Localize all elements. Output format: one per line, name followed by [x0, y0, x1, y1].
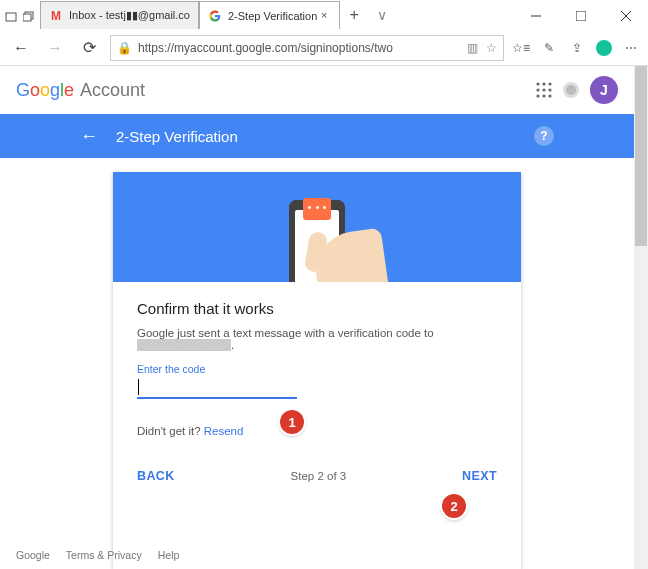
tab-title: Inbox - testj▮▮@gmail.co [69, 9, 190, 22]
hero-illustration [113, 172, 521, 282]
grammarly-icon[interactable] [596, 40, 612, 56]
svg-rect-4 [576, 11, 586, 21]
account-word: Account [80, 80, 145, 101]
minimize-button[interactable] [513, 2, 558, 30]
redacted-phone: xxxxxxxx [137, 339, 231, 351]
google-header: Google Account J [0, 66, 634, 114]
address-bar[interactable]: 🔒 https://myaccount.google.com/signinopt… [110, 35, 504, 61]
scrollbar[interactable] [634, 66, 648, 569]
google-favicon [208, 9, 222, 23]
favorites-icon[interactable]: ☆≡ [512, 39, 530, 57]
more-icon[interactable]: ⋯ [622, 39, 640, 57]
tab-inbox[interactable]: M Inbox - testj▮▮@gmail.co [40, 1, 199, 29]
bluebar-back-icon[interactable]: ← [80, 126, 98, 147]
close-window-button[interactable] [603, 2, 648, 30]
footer-terms[interactable]: Terms & Privacy [66, 549, 142, 561]
page-bluebar: ← 2-Step Verification ? [0, 114, 634, 158]
maximize-button[interactable] [558, 2, 603, 30]
svg-point-12 [548, 88, 551, 91]
gmail-favicon: M [49, 9, 63, 23]
sms-bubble-icon [303, 198, 331, 220]
svg-point-14 [542, 94, 545, 97]
scrollbar-thumb[interactable] [635, 66, 647, 246]
share-icon[interactable]: ⇪ [568, 39, 586, 57]
svg-point-10 [536, 88, 539, 91]
footer-help[interactable]: Help [158, 549, 180, 561]
url-text: https://myaccount.google.com/signinoptio… [138, 41, 467, 55]
svg-point-11 [542, 88, 545, 91]
svg-point-13 [536, 94, 539, 97]
svg-rect-2 [23, 14, 31, 21]
tab-options-button[interactable]: ∨ [368, 7, 396, 23]
window-icon [4, 10, 18, 24]
svg-point-8 [542, 82, 545, 85]
tab-title: 2-Step Verification [228, 10, 317, 22]
svg-point-9 [548, 82, 551, 85]
avatar[interactable]: J [590, 76, 618, 104]
resend-link[interactable]: Resend [204, 425, 244, 437]
new-tab-button[interactable]: + [340, 6, 368, 24]
next-button[interactable]: NEXT [462, 469, 497, 483]
window-stack-icon [22, 10, 36, 24]
close-icon[interactable]: × [317, 9, 331, 23]
footer-google[interactable]: Google [16, 549, 50, 561]
code-input[interactable] [137, 377, 297, 399]
step-indicator: Step 2 of 3 [175, 470, 462, 482]
bluebar-title: 2-Step Verification [116, 128, 238, 145]
card-heading: Confirm that it works [137, 300, 497, 317]
google-logo: Google [16, 80, 74, 101]
forward-button[interactable]: → [42, 35, 68, 61]
svg-point-7 [536, 82, 539, 85]
help-icon[interactable]: ? [534, 126, 554, 146]
reading-view-icon[interactable]: ▥ [467, 41, 478, 55]
svg-point-15 [548, 94, 551, 97]
annotation-marker-2: 2 [442, 494, 466, 518]
lock-icon: 🔒 [117, 41, 132, 55]
tab-2sv[interactable]: 2-Step Verification × [199, 1, 340, 29]
apps-icon[interactable] [536, 82, 552, 98]
notes-icon[interactable]: ✎ [540, 39, 558, 57]
code-field-label: Enter the code [137, 363, 497, 375]
page-footer: Google Terms & Privacy Help [16, 549, 179, 561]
annotation-marker-1: 1 [280, 410, 304, 434]
notifications-icon[interactable] [566, 85, 576, 95]
back-button[interactable]: ← [8, 35, 34, 61]
svg-rect-0 [6, 13, 16, 21]
resend-row: Didn't get it? Resend [137, 425, 497, 437]
refresh-button[interactable]: ⟳ [76, 35, 102, 61]
back-button-card[interactable]: BACK [137, 469, 175, 483]
favorite-icon[interactable]: ☆ [486, 41, 497, 55]
card-description: Google just sent a text message with a v… [137, 327, 497, 351]
